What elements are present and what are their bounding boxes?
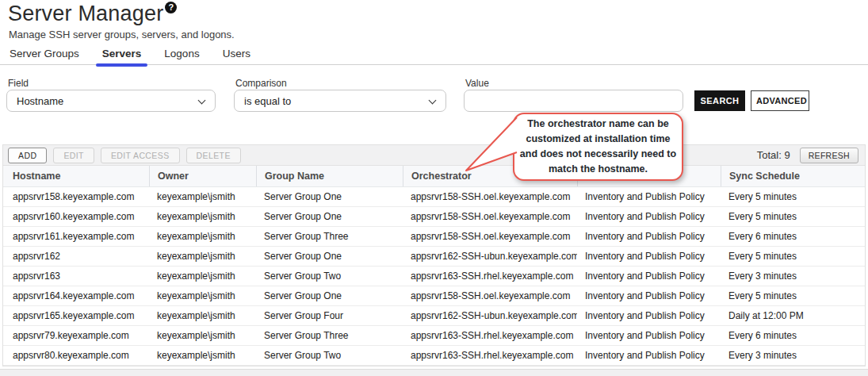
table-cell: Inventory and Publish Policy — [577, 191, 721, 202]
table-cell: Server Group Three — [256, 231, 403, 242]
field-select[interactable]: Hostname — [6, 90, 216, 112]
table-row[interactable]: appsrvr160.keyexample.comkeyexample\jsmi… — [3, 207, 865, 227]
table-cell: appsrvr160.keyexample.com — [3, 211, 149, 222]
table-cell: Server Group Four — [256, 310, 403, 321]
total-label: Total: — [757, 149, 782, 161]
value-label: Value — [465, 78, 489, 89]
table-cell: Server Group One — [256, 211, 403, 222]
table-row[interactable]: appsrvr79.keyexample.comkeyexample\jsmit… — [3, 326, 865, 346]
table-cell: keyexample\jsmith — [149, 251, 256, 262]
table-row[interactable]: appsrvr165.keyexample.comkeyexample\jsmi… — [3, 306, 865, 326]
table-cell: appsrvr165.keyexample.com — [3, 310, 149, 321]
table-cell: Every 5 minutes — [721, 251, 865, 262]
table-cell: Every 3 minutes — [721, 270, 865, 282]
table-cell: Inventory and Publish Policy — [577, 270, 721, 282]
table-cell: Every 3 minutes — [721, 350, 865, 361]
table-cell: Every 6 minutes — [721, 231, 865, 242]
table-row[interactable]: appsrvr161.keyexample.comkeyexample\jsmi… — [3, 227, 865, 247]
comparison-select-value: is equal to — [244, 95, 291, 107]
table-cell: Server Group Two — [256, 270, 403, 282]
servers-table: ADD EDIT EDIT ACCESS DELETE Total: 9 REF… — [2, 144, 866, 366]
table-cell: Inventory and Publish Policy — [577, 330, 721, 341]
add-button[interactable]: ADD — [8, 148, 47, 163]
table-cell: Inventory and Publish Policy — [577, 231, 721, 242]
page-subtitle: Manage SSH server groups, servers, and l… — [9, 29, 235, 40]
table-cell: appsrvr163-SSH.rhel.keyexample.com — [403, 330, 577, 341]
table-cell: Every 5 minutes — [721, 191, 865, 202]
comparison-label: Comparison — [235, 78, 287, 89]
column-header-owner[interactable]: Owner — [149, 166, 256, 186]
table-body: appsrvr158.keyexample.comkeyexample\jsmi… — [3, 187, 865, 366]
table-cell: appsrvr158-SSH.oel.keyexample.com — [403, 231, 577, 242]
callout-tail-arrow — [458, 111, 523, 176]
table-cell: appsrvr163-SSH.rhel.keyexample.com — [403, 270, 577, 282]
table-cell: Inventory and Publish Policy — [577, 310, 721, 321]
toolbar-right: Total: 9 REFRESH — [757, 148, 860, 163]
table-cell: Server Group Three — [256, 330, 403, 341]
table-toolbar: ADD EDIT EDIT ACCESS DELETE Total: 9 REF… — [3, 145, 865, 166]
table-cell: keyexample\jsmith — [149, 350, 256, 361]
callout-line: match the hostname. — [514, 162, 682, 177]
table-cell: keyexample\jsmith — [149, 310, 256, 321]
page-header: Server Manager? — [8, 2, 177, 26]
table-cell: Server Group One — [256, 251, 403, 262]
table-cell: Every 6 minutes — [721, 330, 865, 341]
tab-server-groups[interactable]: Server Groups — [9, 48, 80, 64]
table-footer-strip — [0, 369, 868, 376]
tab-servers[interactable]: Servers — [101, 48, 143, 64]
table-cell: keyexample\jsmith — [149, 191, 256, 202]
tab-users[interactable]: Users — [222, 48, 251, 64]
table-cell: Every 5 minutes — [721, 290, 865, 301]
table-cell: Server Group One — [256, 290, 403, 301]
help-icon[interactable]: ? — [165, 2, 177, 13]
table-cell: keyexample\jsmith — [149, 290, 256, 301]
table-cell: appsrvr161.keyexample.com — [3, 231, 149, 242]
table-cell: keyexample\jsmith — [149, 211, 256, 222]
callout-line: and does not necessarily need to — [514, 147, 682, 162]
field-select-value: Hostname — [17, 95, 63, 107]
chevron-down-icon — [198, 97, 206, 105]
refresh-button[interactable]: REFRESH — [800, 148, 858, 163]
table-row[interactable]: appsrvr80.keyexample.comkeyexample\jsmit… — [3, 346, 865, 366]
table-cell: Inventory and Publish Policy — [577, 350, 721, 361]
orchestrator-callout: The orchestrator name can be customized … — [513, 113, 683, 181]
column-header-sync-schedule[interactable]: Sync Schedule — [721, 166, 865, 186]
edit-button: EDIT — [53, 148, 94, 163]
table-row[interactable]: appsrvr163keyexample\jsmithServer Group … — [3, 267, 865, 286]
total-value: 9 — [784, 149, 790, 161]
value-input[interactable] — [464, 90, 683, 112]
tab-bar: Server Groups Servers Logons Users — [0, 48, 868, 65]
advanced-button[interactable]: ADVANCED — [751, 90, 809, 111]
table-cell: Every 5 minutes — [721, 211, 865, 222]
page-title: Server Manager — [8, 2, 163, 25]
table-row[interactable]: appsrvr158.keyexample.comkeyexample\jsmi… — [3, 187, 865, 207]
table-cell: Inventory and Publish Policy — [577, 251, 721, 262]
table-row[interactable]: appsrvr162keyexample\jsmithServer Group … — [3, 247, 865, 267]
total-count: Total: 9 — [757, 149, 790, 161]
table-cell: appsrvr158-SSH.oel.keyexample.com — [403, 191, 577, 202]
table-cell: keyexample\jsmith — [149, 270, 256, 282]
table-cell: appsrvr163-SSH.rhel.keyexample.com — [403, 350, 577, 361]
comparison-select[interactable]: is equal to — [234, 90, 446, 112]
callout-line: customized at installation time — [514, 132, 682, 147]
table-cell: Inventory and Publish Policy — [577, 211, 721, 222]
field-label: Field — [8, 78, 29, 89]
table-header-row: Hostname Owner Group Name Orchestrator S… — [3, 166, 865, 187]
edit-access-button: EDIT ACCESS — [101, 148, 180, 163]
search-button[interactable]: SEARCH — [694, 90, 745, 111]
table-cell: Inventory and Publish Policy — [577, 290, 721, 301]
table-cell: keyexample\jsmith — [149, 231, 256, 242]
table-cell: Server Group One — [256, 191, 403, 202]
table-cell: appsrvr158-SSH.oel.keyexample.com — [403, 290, 577, 301]
table-cell: appsrvr162 — [3, 251, 149, 262]
table-cell: appsrvr163 — [3, 270, 149, 282]
table-cell: Server Group Two — [256, 350, 403, 361]
table-cell: appsrvr158-SSH.oel.keyexample.com — [403, 211, 577, 222]
table-row[interactable]: appsrvr164.keyexample.comkeyexample\jsmi… — [3, 286, 865, 306]
column-header-hostname[interactable]: Hostname — [3, 166, 149, 186]
tab-logons[interactable]: Logons — [163, 48, 200, 64]
table-cell: keyexample\jsmith — [149, 330, 256, 341]
chevron-down-icon — [429, 97, 437, 105]
column-header-group-name[interactable]: Group Name — [256, 166, 403, 186]
table-cell: appsrvr164.keyexample.com — [3, 290, 149, 301]
